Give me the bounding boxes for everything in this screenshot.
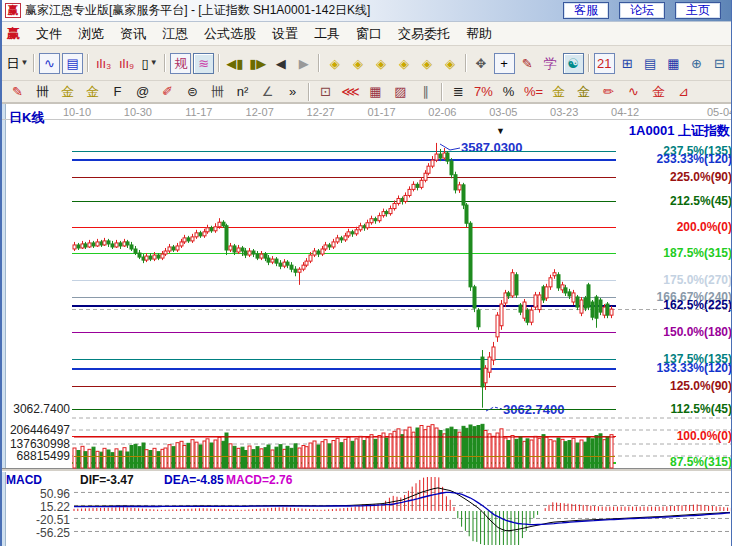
prev-bar-button[interactable]: ◀ — [270, 53, 291, 74]
gold-levels-icon[interactable]: 金 — [647, 81, 670, 102]
menu-item-4[interactable]: 公式选股 — [196, 23, 264, 45]
pct-icon[interactable]: % — [497, 81, 520, 102]
calculator-icon[interactable]: ⊞ — [617, 53, 638, 74]
diamond-out-button[interactable]: ◈ — [393, 53, 414, 74]
info-panel-icon[interactable]: ▤ — [62, 53, 83, 74]
price-ruler-icon[interactable]: ≣ — [447, 81, 470, 102]
dropdown-arrow-icon[interactable]: ▼ — [150, 59, 158, 67]
menu-item-8[interactable]: 交易委托 — [390, 23, 458, 45]
title-bar: 赢 赢家江恩专业版[赢家服务平台] - [上证指数 SH1A0001-142日K… — [2, 0, 731, 22]
pct7-icon[interactable]: 7% — [472, 81, 495, 102]
toolbar-separator — [308, 83, 310, 101]
home-button[interactable]: 主页 — [675, 2, 721, 19]
toolbar-separator — [588, 54, 590, 72]
toolbar-separator — [164, 54, 166, 72]
app-window: 赢 赢家江恩专业版[赢家服务平台] - [上证指数 SH1A0001-142日K… — [0, 0, 732, 546]
overlay-chart-icon[interactable]: ∿ — [39, 53, 60, 74]
chart-area[interactable]: 日K线 1A0001 上证指数 3587.0300 3062.7400 ▼ 30… — [2, 104, 732, 546]
diamond-right-button[interactable]: ◈ — [347, 53, 368, 74]
menu-bar: 赢 文件浏览资讯江恩公式选股设置工具窗口交易委托帮助 — [2, 22, 731, 46]
candle-style-button[interactable]: ▯▼ — [139, 53, 160, 74]
box-select-icon[interactable]: ⊡ — [314, 81, 337, 102]
menu-item-6[interactable]: 工具 — [306, 23, 348, 45]
diamond-in-button[interactable]: ◈ — [370, 53, 391, 74]
toolbar-separator — [441, 83, 443, 101]
menu-item-1[interactable]: 浏览 — [70, 23, 112, 45]
toolbar-separator — [465, 54, 467, 72]
menu-item-2[interactable]: 资讯 — [112, 23, 154, 45]
net-share-icon[interactable]: ⊕ — [686, 53, 707, 74]
period-day-button[interactable]: 日▼ — [6, 53, 29, 74]
last-bar-button[interactable]: ▮▶ — [247, 53, 268, 74]
calendar-icon[interactable]: 21 — [594, 53, 615, 74]
gann-pattern-icon[interactable]: 规 — [170, 53, 191, 74]
red-grid-arrow-icon[interactable]: ▨ — [389, 81, 412, 102]
gold-fence-a-icon[interactable]: 金 — [56, 81, 79, 102]
diamond-up-button[interactable]: ◈ — [416, 53, 437, 74]
plain-fence-icon[interactable]: 卌 — [206, 81, 229, 102]
toolbar-drawing: ✎卌金金F@✐⊜卌n²∠»⊡⋘▦▨∥≣7%%%=金金✏∿金⊿ — [2, 81, 731, 104]
pct-line-icon[interactable]: %= — [522, 81, 545, 102]
more-tools-button[interactable]: » — [281, 81, 304, 102]
slant-lines-icon[interactable]: ∥ — [414, 81, 437, 102]
wave-tool-icon[interactable]: ∿ — [622, 81, 645, 102]
spiral-fence-icon[interactable]: @ — [131, 81, 154, 102]
gold-circle-icon[interactable]: 金 — [547, 81, 570, 102]
measure-pen-icon[interactable]: ✏ — [597, 81, 620, 102]
gann-fence-icon[interactable]: 卌 — [31, 81, 54, 102]
window-title: 赢家江恩专业版[赢家服务平台] - [上证指数 SH1A0001-142日K线] — [25, 2, 370, 19]
menu-item-3[interactable]: 江恩 — [154, 23, 196, 45]
toolbar-separator — [318, 54, 320, 72]
menu-item-0[interactable]: 文件 — [28, 23, 70, 45]
angle-j-icon[interactable]: ⊿ — [672, 81, 695, 102]
toolbar-separator — [33, 54, 35, 72]
data-transfer-icon[interactable]: ⊟ — [709, 53, 730, 74]
titlebar-buttons: 客服 论坛 主页 — [563, 2, 731, 19]
bars-3min-icon[interactable]: ılı₃ — [93, 53, 114, 74]
first-bar-button[interactable]: ◀▮ — [224, 53, 245, 74]
gold-line-icon[interactable]: 金 — [572, 81, 595, 102]
red-brush-icon[interactable]: ✎ — [6, 81, 29, 102]
menu-item-5[interactable]: 设置 — [264, 23, 306, 45]
forum-button[interactable]: 论坛 — [619, 2, 665, 19]
angle-a-icon[interactable]: ∠ — [256, 81, 279, 102]
fib-fence-icon[interactable]: F — [106, 81, 129, 102]
study-flag-icon[interactable]: 学 — [540, 53, 561, 74]
crosshair-icon[interactable]: + — [494, 53, 515, 74]
color-cycle-icon[interactable]: ≋ — [193, 53, 214, 74]
hand-drag-icon[interactable]: ✥ — [471, 53, 492, 74]
dropdown-arrow-icon[interactable]: ▼ — [21, 59, 29, 67]
menu-item-7[interactable]: 窗口 — [348, 23, 390, 45]
toolbar-main: 日▼∿▤ılı₃ılı₉▯▼规≋◀▮▮▶◀▶◈◈◈◈◈◈✥+✎学☯21⊞▤▦⊕⊟ — [2, 46, 731, 81]
n2-fence-icon[interactable]: n² — [231, 81, 254, 102]
toolbar-separator — [218, 54, 220, 72]
red-grid-icon[interactable]: ▦ — [364, 81, 387, 102]
price-volume-macd-plot[interactable] — [2, 104, 732, 546]
menu-item-9[interactable]: 帮助 — [458, 23, 500, 45]
app-logo: 赢 — [5, 3, 21, 18]
notebook-icon[interactable]: ▤ — [640, 53, 661, 74]
cycle-circle-icon[interactable]: ⊜ — [181, 81, 204, 102]
pointer-line-icon[interactable]: ✎ — [517, 53, 538, 74]
diamond-down-button[interactable]: ◈ — [440, 53, 461, 74]
save-icon[interactable]: ▦ — [663, 53, 684, 74]
pencil-ruler-icon[interactable]: ✐ — [156, 81, 179, 102]
toolbar-separator — [87, 54, 89, 72]
bars-9min-icon[interactable]: ılı₉ — [116, 53, 137, 74]
service-button[interactable]: 客服 — [563, 2, 609, 19]
gann-brain-icon[interactable]: ☯ — [563, 53, 584, 74]
menu-logo: 赢 — [7, 25, 20, 43]
fan-lines-icon[interactable]: ⋘ — [339, 81, 362, 102]
next-bar-button[interactable]: ▶ — [293, 53, 314, 74]
gold-fence-b-icon[interactable]: 金 — [81, 81, 104, 102]
diamond-left-button[interactable]: ◈ — [324, 53, 345, 74]
